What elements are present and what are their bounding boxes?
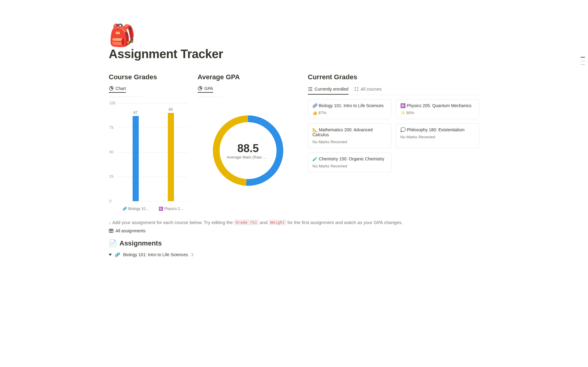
svg-rect-2 [355, 90, 356, 91]
gpa-icon [198, 86, 202, 91]
course-grades-chart: 02550751008790 🧬 Biology 10…⚛️ Physics 2… [109, 103, 188, 210]
page-scroll-indicator [581, 57, 585, 65]
page-icon[interactable]: 🎒 [109, 24, 479, 46]
svg-rect-0 [355, 87, 356, 88]
legend-item: 🧬 Biology 10… [123, 207, 149, 211]
course-card-grade: No Marks Recevied [312, 164, 387, 168]
page-title: Assignment Tracker [109, 47, 479, 61]
course-card-grade: ✨ 90% [400, 110, 475, 115]
current-grades-section: Current Grades Currently enrolled All co… [308, 73, 479, 210]
course-card[interactable]: 💭 Philosophy 180: ExistentialismNo Marks… [396, 123, 479, 148]
average-gpa-heading: Average GPA [198, 73, 299, 81]
svg-rect-4 [109, 229, 113, 233]
group-emoji: 🧬 [115, 252, 120, 257]
view-all-assignments-label: All assignments [115, 228, 145, 233]
code-grade: Grade (%) [234, 219, 258, 225]
view-all-assignments[interactable]: All assignments [109, 228, 479, 233]
gpa-donut-chart: 88.5 Average Mark (Raw Nu… [213, 115, 283, 186]
svg-rect-1 [357, 87, 358, 88]
course-card-title: ⚛️ Physics 205: Quantum Mechanics [400, 103, 475, 108]
course-card[interactable]: 📐 Mathematics 200: Advanced CalculusNo M… [308, 123, 391, 148]
average-gpa-section: Average GPA GPA 88.5 Average Mark (Raw N… [198, 73, 299, 210]
course-card-title: 🧪 Chemistry 150: Organic Chemistry [312, 156, 387, 161]
tab-currently-enrolled[interactable]: Currently enrolled [308, 85, 349, 95]
bar[interactable]: 90 [168, 113, 174, 201]
course-card[interactable]: 🧬 Biology 101: Intro to Life Sciences👍 8… [308, 99, 391, 119]
course-card[interactable]: 🧪 Chemistry 150: Organic ChemistryNo Mar… [308, 152, 391, 172]
code-weight: Weight [269, 219, 286, 225]
course-card[interactable]: ⚛️ Physics 205: Quantum Mechanics✨ 90% [396, 99, 479, 119]
assignments-heading: 📄 Assignments [109, 239, 479, 247]
course-card-grade: 👍 87% [312, 110, 387, 115]
gpa-caption: Average Mark (Raw Nu… [227, 155, 270, 159]
chart-icon [109, 86, 114, 91]
course-grades-section: Course Grades Chart 02550751008790 🧬 Bio… [109, 73, 188, 210]
tab-all-courses-label: All courses [361, 87, 382, 92]
list-icon [308, 87, 313, 92]
course-card-grade: No Marks Recevied [312, 140, 387, 144]
tab-chart[interactable]: Chart [109, 85, 126, 93]
legend-item: ⚛️ Physics 2… [159, 207, 184, 211]
course-card-title: 💭 Philosophy 180: Existentialism [400, 127, 475, 132]
bar[interactable]: 87 [133, 116, 139, 201]
gpa-value: 88.5 [227, 142, 270, 155]
hint-arrow: ↓ [109, 220, 111, 225]
collapse-toggle-icon[interactable] [109, 254, 112, 256]
tab-gpa[interactable]: GPA [198, 85, 213, 93]
course-grades-heading: Course Grades [109, 73, 188, 81]
course-card-title: 📐 Mathematics 200: Advanced Calculus [312, 127, 387, 137]
group-name: Biology 101: Intro to Life Sciences [123, 252, 188, 257]
tab-currently-enrolled-label: Currently enrolled [315, 87, 349, 92]
tab-chart-label: Chart [115, 86, 126, 91]
current-grades-heading: Current Grades [308, 73, 479, 81]
course-card-title: 🧬 Biology 101: Intro to Life Sciences [312, 103, 387, 108]
page-doc-icon: 📄 [109, 239, 117, 247]
group-count: 3 [191, 252, 194, 257]
assignment-group-row[interactable]: 🧬 Biology 101: Intro to Life Sciences 3 [109, 252, 479, 257]
svg-rect-3 [357, 90, 358, 91]
grid-icon [354, 87, 359, 92]
tab-gpa-label: GPA [204, 86, 213, 91]
course-card-grade: No Marks Recevied [400, 135, 475, 139]
hint-text: ↓ Add your assignment for each course be… [109, 219, 479, 225]
tab-all-courses[interactable]: All courses [354, 85, 382, 95]
